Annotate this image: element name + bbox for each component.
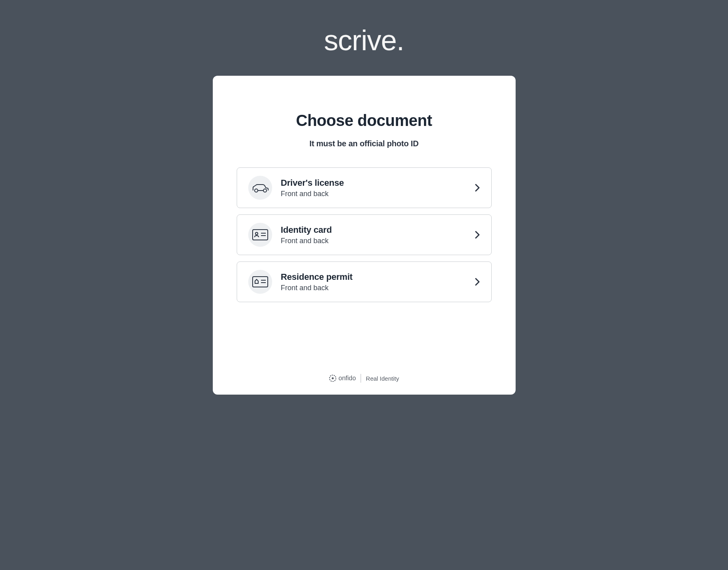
svg-point-1 [263, 189, 267, 192]
onfido-logo: onfido [329, 375, 356, 382]
card-subtitle: It must be an official photo ID [310, 139, 419, 148]
scrive-logo: scrive. [324, 24, 404, 57]
option-drivers-license[interactable]: Driver's license Front and back [237, 167, 492, 208]
svg-point-11 [332, 377, 334, 379]
document-option-list: Driver's license Front and back [237, 167, 492, 302]
footer-attribution: onfido Real Identity [329, 374, 399, 383]
id-card-icon [248, 223, 272, 247]
svg-rect-3 [253, 230, 268, 240]
footer-tagline: Real Identity [366, 375, 399, 382]
permit-icon [248, 270, 272, 294]
option-subtitle: Front and back [281, 190, 466, 198]
footer-divider [361, 374, 361, 383]
option-subtitle: Front and back [281, 284, 466, 292]
svg-point-0 [255, 189, 258, 192]
option-subtitle: Front and back [281, 237, 466, 245]
svg-point-4 [255, 232, 258, 235]
option-title: Identity card [281, 225, 466, 235]
option-text: Identity card Front and back [281, 225, 466, 245]
chevron-right-icon [475, 183, 480, 192]
option-text: Driver's license Front and back [281, 178, 466, 198]
document-selection-card: Choose document It must be an official p… [213, 76, 516, 395]
option-text: Residence permit Front and back [281, 272, 466, 292]
chevron-right-icon [475, 230, 480, 239]
footer-brand-text: onfido [339, 375, 356, 382]
card-title: Choose document [296, 112, 432, 130]
car-icon [248, 176, 272, 200]
option-title: Residence permit [281, 272, 466, 282]
option-title: Driver's license [281, 178, 466, 188]
chevron-right-icon [475, 277, 480, 286]
option-identity-card[interactable]: Identity card Front and back [237, 214, 492, 255]
option-residence-permit[interactable]: Residence permit Front and back [237, 261, 492, 302]
